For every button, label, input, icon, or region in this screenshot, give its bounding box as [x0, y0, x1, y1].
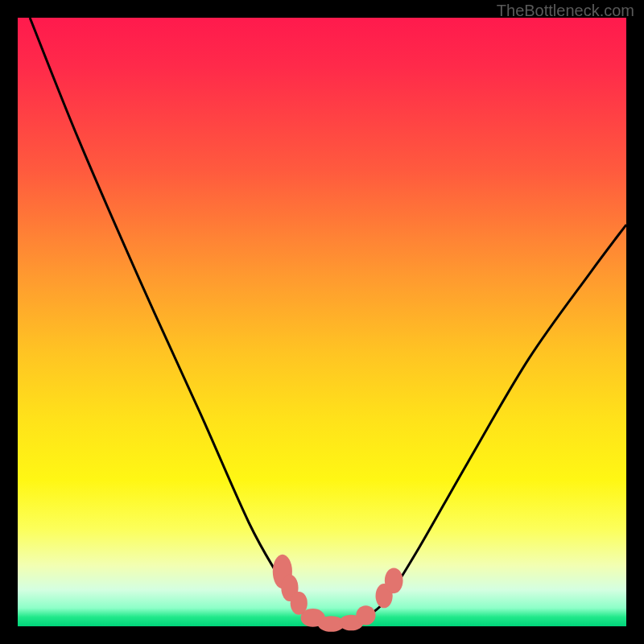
chart-svg: [18, 18, 626, 626]
curve-marker: [385, 568, 403, 593]
curve-marker: [356, 605, 375, 625]
watermark-text: TheBottleneck.com: [497, 2, 634, 20]
bottleneck-curve-line: [30, 18, 626, 626]
chart-plot-area: [18, 18, 626, 626]
curve-markers-group: [273, 555, 403, 632]
